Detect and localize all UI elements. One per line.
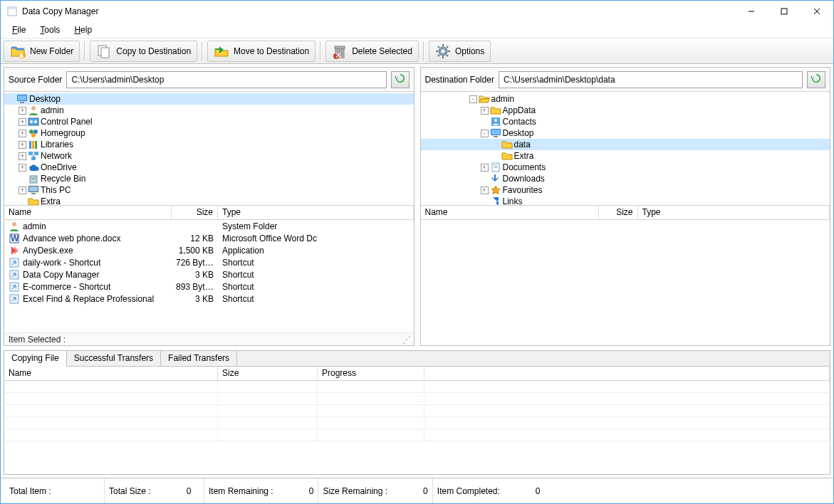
tree-item[interactable]: Contacts [421, 116, 830, 127]
filelist-header[interactable]: Name Size Type [421, 206, 830, 220]
expand-toggle[interactable]: + [19, 164, 26, 172]
tree-item-label: Contacts [503, 117, 536, 127]
file-row[interactable]: daily-work - Shortcut726 BytesShortcut [4, 256, 414, 268]
file-size: 893 Bytes [172, 282, 218, 292]
move-button[interactable]: Move to Destination [207, 41, 316, 62]
col-name[interactable]: Name [4, 206, 172, 219]
gcol-extra[interactable] [424, 367, 830, 380]
dest-files[interactable] [421, 220, 830, 345]
expand-toggle[interactable]: + [481, 187, 489, 194]
tree-item[interactable]: +Favourites [421, 184, 830, 196]
tree-item[interactable]: -Desktop [421, 127, 830, 139]
tree-item[interactable]: Downloads [421, 173, 830, 184]
col-name[interactable]: Name [421, 206, 599, 219]
col-type[interactable]: Type [638, 206, 830, 219]
col-type[interactable]: Type [218, 206, 414, 219]
file-row[interactable]: Excel Find & Replace Professional3 KBSho… [4, 293, 414, 305]
menu-tools[interactable]: Tools [34, 23, 66, 36]
tree-item[interactable]: Extra [4, 196, 414, 206]
tree-item[interactable]: +OneDrive [4, 162, 414, 173]
maximize-button[interactable] [768, 1, 801, 22]
options-button[interactable]: Options [429, 41, 491, 62]
svg-point-32 [30, 120, 33, 123]
expand-toggle[interactable]: + [19, 107, 26, 115]
svg-rect-47 [31, 193, 36, 194]
expand-toggle[interactable]: - [481, 130, 489, 137]
expand-toggle[interactable]: + [481, 107, 489, 115]
tree-item[interactable]: Desktop [4, 93, 414, 105]
gcol-size[interactable]: Size [218, 367, 318, 380]
monitor-icon [490, 127, 501, 139]
col-size[interactable]: Size [172, 206, 218, 219]
dest-tree[interactable]: -admin+AppDataContacts-DesktopdataExtra+… [421, 92, 830, 206]
tree-item[interactable]: -admin [421, 93, 830, 105]
status-total-size: Total Size :0 [105, 478, 204, 503]
tree-item[interactable]: data [421, 139, 830, 150]
menu-help[interactable]: Help [68, 23, 98, 36]
minimize-button[interactable] [735, 1, 768, 22]
svg-rect-38 [32, 141, 34, 149]
resize-grip[interactable]: ⋰ [402, 335, 410, 345]
col-size[interactable]: Size [599, 206, 638, 219]
close-button[interactable] [801, 1, 833, 22]
transfers-grid-header[interactable]: Name Size Progress [4, 367, 830, 381]
titlebar: Data Copy Manager [1, 1, 833, 22]
menu-file[interactable]: File [6, 23, 31, 36]
copy-button[interactable]: Copy to Destination [90, 41, 197, 62]
delete-button[interactable]: ✕ Delete Selected [325, 41, 419, 62]
source-refresh-button[interactable] [391, 71, 410, 88]
expand-toggle[interactable]: + [19, 152, 26, 160]
file-row[interactable]: AnyDesk.exe1,500 KBApplication [4, 244, 414, 256]
expand-toggle[interactable]: - [469, 95, 477, 103]
new-folder-icon: ★ [10, 43, 26, 59]
tree-item[interactable]: Links [421, 196, 830, 206]
dest-filelist: Name Size Type [421, 206, 830, 345]
tab-failed[interactable]: Failed Transfers [161, 351, 237, 366]
docx-icon: W [9, 233, 20, 244]
file-row[interactable]: WAdvance web phone.docx12 KBMicrosoft Of… [4, 232, 414, 244]
tree-item[interactable]: +Libraries [4, 139, 414, 150]
transfers-grid-body[interactable] [4, 381, 830, 474]
expand-toggle [7, 95, 15, 103]
source-path-input[interactable]: C:\Users\admin\Desktop [66, 71, 386, 88]
tree-item[interactable]: Recycle Bin [4, 173, 414, 184]
copy-icon [96, 43, 112, 59]
tree-item[interactable]: +AppData [421, 105, 830, 116]
source-tree[interactable]: Desktop+admin+Control Panel+Homegroup+Li… [4, 92, 414, 206]
source-files[interactable]: adminSystem FolderWAdvance web phone.doc… [4, 220, 414, 332]
tree-item[interactable]: +Homegroup [4, 127, 414, 139]
svg-line-24 [447, 55, 448, 56]
folder-icon [490, 105, 501, 116]
dest-path-input[interactable]: C:\Users\admin\Desktop\data [499, 71, 803, 88]
expand-toggle[interactable]: + [19, 130, 26, 137]
tree-item[interactable]: +Control Panel [4, 116, 414, 127]
file-row[interactable]: E-commerce - Shortcut893 BytesShortcut [4, 280, 414, 293]
tab-copying[interactable]: Copying File [4, 351, 67, 367]
tree-item[interactable]: Extra [421, 150, 830, 162]
dest-refresh-button[interactable] [807, 71, 825, 88]
svg-rect-11 [335, 46, 345, 48]
svg-rect-9 [101, 48, 109, 58]
tree-item[interactable]: +This PC [4, 184, 414, 196]
filelist-header[interactable]: Name Size Type [4, 206, 414, 220]
tree-item[interactable]: +admin [4, 105, 414, 116]
shortcut-icon [9, 281, 20, 293]
folder-icon [28, 196, 39, 206]
expand-toggle[interactable]: + [19, 187, 26, 194]
tab-successful[interactable]: Successful Transfers [67, 351, 161, 366]
expand-toggle[interactable]: + [19, 141, 26, 149]
expand-toggle [492, 152, 500, 160]
expand-toggle [481, 198, 489, 206]
file-row[interactable]: Data Copy Manager3 KBShortcut [4, 268, 414, 280]
expand-toggle[interactable]: + [481, 164, 489, 172]
gcol-name[interactable]: Name [4, 367, 218, 380]
tree-item[interactable]: +Documents [421, 162, 830, 173]
file-name: AnyDesk.exe [23, 246, 73, 256]
tree-item-label: Desktop [29, 94, 61, 104]
separator [84, 41, 85, 61]
file-row[interactable]: adminSystem Folder [4, 220, 414, 232]
new-folder-button[interactable]: ★ New Folder [4, 41, 80, 62]
tree-item[interactable]: +Network [4, 150, 414, 162]
gcol-progress[interactable]: Progress [318, 367, 424, 380]
expand-toggle[interactable]: + [19, 118, 26, 126]
